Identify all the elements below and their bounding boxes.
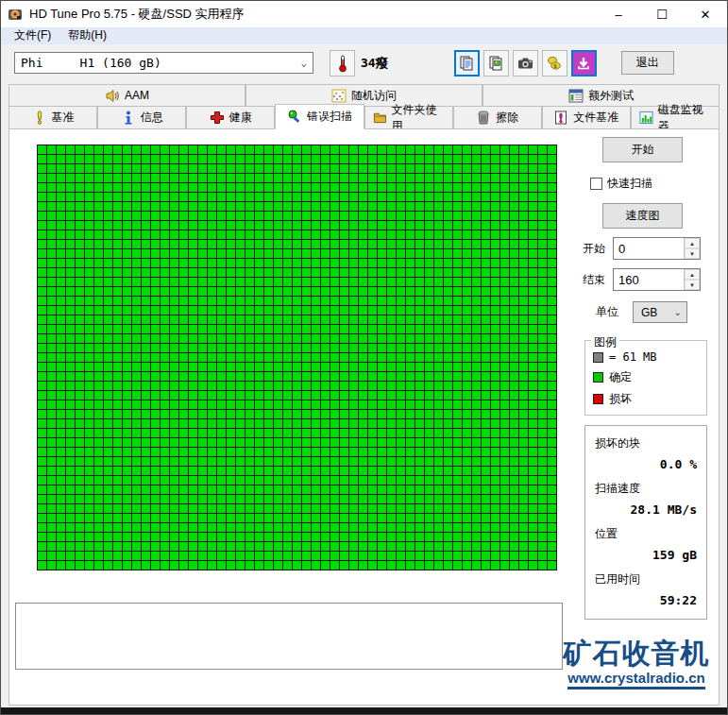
start-spin-down[interactable]: ▼ [685,248,700,259]
magnifier-icon [287,110,302,124]
elapsed-time-value: 59:22 [595,593,699,607]
unit-label: 单位 [571,304,618,320]
start-scan-button[interactable]: 开始 [602,137,683,162]
quick-scan-checkbox[interactable] [590,178,602,190]
scan-controls-panel: 开始 快速扫描 速度图 开始 0 ▲ ▼ 结束 160 [571,137,713,620]
legend-ok-label: 确定 [609,369,632,385]
copy-text-button[interactable] [454,50,480,77]
tab-error-scan[interactable]: 错误扫描 [275,104,364,129]
menu-help[interactable]: 帮助(H) [60,26,114,44]
tab-health[interactable]: 健康 [186,106,275,129]
tab-file-benchmark[interactable]: 文件基准 [542,106,631,129]
scan-block-map [37,145,557,570]
tab-strip: AAM 随机访问 额外测试 [8,84,720,129]
end-position-label: 结束 [571,272,605,288]
position-value: 159 gB [595,548,699,562]
scatter-dots-icon [331,89,347,103]
watermark-title: 矿石收音机 [556,639,717,668]
bar-chart-icon [639,111,653,125]
screenshot-button[interactable] [513,50,538,77]
watermark: 矿石收音机 www.crystalradio.cn [556,639,717,689]
legend-bad-swatch [593,394,603,404]
tab-aam[interactable]: AAM [8,84,245,106]
tab-info[interactable]: 信息 [97,106,186,129]
elapsed-time-label: 已用时间 [595,571,699,587]
tab-label: 健康 [229,110,252,126]
drive-select-value: Phi H1 (160 gB) [21,56,161,70]
temperature-button[interactable] [330,50,355,77]
scan-speed-value: 28.1 MB/s [595,502,699,517]
quick-scan-label: 快速扫描 [607,176,652,192]
end-position-input[interactable]: 160 ▲ ▼ [613,268,701,291]
scan-log-output [15,603,563,670]
legend-block-swatch [593,352,603,363]
legend-groupbox: 图例 = 61 MB 确定 损坏 [584,340,707,416]
tab-label: 额外测试 [588,88,634,104]
end-spin-down[interactable]: ▼ [685,280,700,290]
unit-value: GB [641,306,657,319]
end-spin-up[interactable]: ▲ [685,269,700,280]
legend-bad-label: 损坏 [609,391,632,407]
chevron-down-icon: ⌄ [674,307,682,317]
chevron-down-icon: ⌄ [300,57,307,69]
speed-map-button[interactable]: 速度图 [602,203,683,229]
damaged-blocks-value: 0.0 % [595,457,699,471]
folder-icon [373,111,387,125]
copy-text-icon [459,56,474,71]
app-icon [8,8,24,22]
app-window: HD Tune Pro 5.75 - 硬盘/SSD 实用程序 – ☐ ✕ 文件(… [0,0,728,715]
legend-ok-swatch [593,372,603,383]
tab-label: AAM [125,89,149,102]
watermark-url: www.crystalradio.cn [567,670,704,689]
exclamation-icon [32,111,47,125]
tab-disk-monitor[interactable]: 磁盘监视器 [631,106,720,129]
info-icon [121,111,136,125]
tab-label: 信息 [141,110,163,126]
start-position-value: 0 [614,238,684,259]
thermometer-icon [337,54,348,73]
coins-icon: $ [547,56,562,71]
tab-label: 擦除 [496,110,518,126]
tab-label: 基准 [52,110,75,126]
start-position-label: 开始 [571,241,605,257]
scan-speed-label: 扫描速度 [595,481,699,497]
drive-select[interactable]: Phi H1 (160 gB) ⌄ [14,52,313,74]
tab-erase[interactable]: 擦除 [453,106,542,129]
position-label: 位置 [595,526,699,542]
error-scan-panel: 开始 快速扫描 速度图 开始 0 ▲ ▼ 结束 160 [8,128,720,706]
minimize-button[interactable]: – [597,1,640,27]
trash-icon [476,111,491,125]
download-arrow-icon [576,56,591,71]
toolbar: Phi H1 (160 gB) ⌄ 34癈 [1,44,727,81]
file-exclamation-icon [553,111,568,125]
unit-select[interactable]: GB ⌄ [633,301,687,323]
title-bar: HD Tune Pro 5.75 - 硬盘/SSD 实用程序 – ☐ ✕ [1,1,727,27]
close-button[interactable]: ✕ [684,1,727,27]
tab-label: 随机访问 [351,88,397,104]
exit-button[interactable]: 退出 [621,51,674,75]
start-spin-up[interactable]: ▲ [685,238,700,248]
legend-title: 图例 [591,334,619,350]
tab-benchmark[interactable]: 基准 [8,106,97,129]
tab-label: 文件基准 [573,110,618,126]
start-position-input[interactable]: 0 ▲ ▼ [613,237,701,260]
window-title: HD Tune Pro 5.75 - 硬盘/SSD 实用程序 [29,6,245,23]
temperature-value: 34癈 [361,55,388,72]
copy-image-button[interactable] [483,50,509,77]
camera-icon [517,57,533,70]
legend-block-size: = 61 MB [609,350,657,364]
end-position-value: 160 [614,269,684,290]
update-download-button[interactable] [571,50,597,77]
damaged-blocks-label: 损坏的块 [595,435,699,451]
maximize-button[interactable]: ☐ [640,1,684,27]
donate-button[interactable]: $ [542,50,567,77]
tab-folder-usage[interactable]: 文件夹使用 [364,106,453,129]
health-cross-icon [210,111,225,125]
test-table-icon [568,89,584,103]
menu-bar: 文件(F) 帮助(H) [1,27,727,44]
tab-label: 错误扫描 [307,109,352,125]
menu-file[interactable]: 文件(F) [7,26,59,44]
tab-random-access[interactable]: 随机访问 [245,84,483,106]
copy-image-icon [488,56,503,71]
bottom-dark-bar [1,707,727,714]
